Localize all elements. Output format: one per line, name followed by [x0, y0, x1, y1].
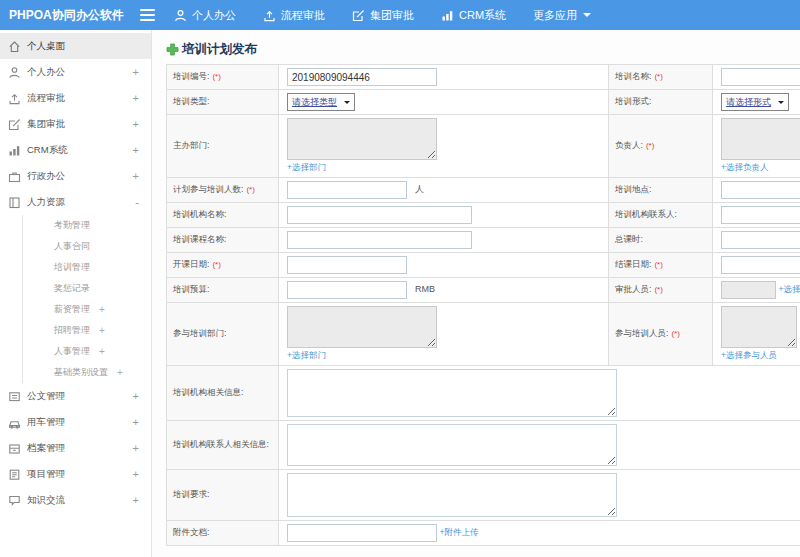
chat-icon [8, 494, 21, 507]
end-date-input[interactable] [721, 256, 800, 274]
briefcase-icon [8, 170, 21, 183]
field-label: 结课日期: [615, 259, 651, 269]
sidebar-item-project-mgmt[interactable]: 项目管理 + [0, 461, 151, 487]
sidebar-item-base-category[interactable]: 基础类别设置+ [23, 362, 151, 383]
training-mode-select[interactable]: 请选择形式 [721, 93, 789, 111]
field-label: 培训要求: [173, 489, 209, 499]
sidebar-item-workflow-approval[interactable]: 流程审批 + [0, 85, 151, 111]
training-name-input[interactable] [721, 68, 800, 86]
field-label: 参与培训人员: [615, 328, 668, 338]
select-dept-link[interactable]: +选择部门 [287, 350, 326, 360]
field-label: 培训类型: [173, 96, 209, 106]
form-row-type-mode: 培训类型: 请选择类型 培训形式: 请选择形式 [167, 90, 800, 115]
form-row-org-info: 培训机构相关信息: [167, 366, 800, 421]
leader-textarea[interactable] [721, 118, 800, 160]
org-contact-info-textarea[interactable] [287, 424, 617, 466]
caret-down-icon [583, 13, 591, 21]
chart-icon [8, 144, 21, 157]
nav-more-apps[interactable]: 更多应用 [533, 8, 591, 23]
training-plan-form: 培训编号:(*) 培训名称:(*) 培训类型: 请选择类型 培训形式: 请选择形… [166, 64, 800, 546]
upload-icon [263, 9, 276, 22]
sidebar-item-attendance[interactable]: 考勤管理 [23, 215, 151, 236]
host-dept-textarea[interactable] [287, 118, 437, 160]
sidebar-item-salary-mgmt[interactable]: 薪资管理+ [23, 299, 151, 320]
select-dept-link[interactable]: +选择部门 [287, 162, 326, 172]
form-row-requirements: 培训要求: [167, 470, 800, 521]
nav-crm-system[interactable]: CRM系统 [441, 8, 506, 23]
attachment-input[interactable] [287, 524, 437, 542]
top-nav: 个人办公 流程审批 集团审批 CRM系统 更多应用 [174, 8, 618, 23]
sidebar-hr-submenu: 考勤管理 人事合同 培训管理 奖惩记录 薪资管理+ 招聘管理+ 人事管理+ 基础… [22, 215, 151, 383]
field-label: 培训预算: [173, 284, 209, 294]
edit-icon [352, 9, 365, 22]
field-label: 审批人员: [615, 284, 651, 294]
field-label: 培训形式: [615, 96, 651, 106]
org-contact-input[interactable] [721, 206, 800, 224]
unit-label: 人 [415, 184, 424, 194]
nav-workflow-approval[interactable]: 流程审批 [263, 8, 325, 23]
sidebar-item-hr[interactable]: 人力资源 - [0, 189, 151, 215]
page-title-row: 培训计划发布 [166, 40, 800, 58]
app-window: PHPOA协同办公软件 个人办公 流程审批 集团审批 CRM系统 更多应用 [0, 0, 800, 557]
form-row-number-name: 培训编号:(*) 培训名称:(*) [167, 65, 800, 90]
edit-icon [8, 118, 21, 131]
sidebar-item-recruit-mgmt[interactable]: 招聘管理+ [23, 320, 151, 341]
sidebar-item-personal-office[interactable]: 个人办公 + [0, 59, 151, 85]
approver-input[interactable] [721, 281, 776, 299]
training-location-input[interactable] [721, 181, 800, 199]
hamburger-menu-icon[interactable] [140, 9, 160, 21]
sidebar-item-group-approval[interactable]: 集团审批 + [0, 111, 151, 137]
training-number-input[interactable] [287, 68, 437, 86]
home-icon [8, 40, 21, 53]
sidebar-item-personnel-mgmt[interactable]: 人事管理+ [23, 341, 151, 362]
training-type-select[interactable]: 请选择类型 [287, 93, 355, 111]
sidebar-item-desktop[interactable]: 个人桌面 [0, 33, 151, 59]
field-label: 负责人: [615, 140, 643, 150]
org-name-input[interactable] [287, 206, 472, 224]
budget-input[interactable] [287, 281, 407, 299]
sidebar-item-crm[interactable]: CRM系统 + [0, 137, 151, 163]
select-participants-link[interactable]: +选择参与人员 [721, 350, 777, 360]
caret-down-icon [344, 101, 350, 107]
sidebar: 个人桌面 个人办公 + 流程审批 + 集团审批 + CRM系统 + [0, 30, 152, 557]
page-title: 培训计划发布 [182, 41, 257, 58]
book-icon [8, 196, 21, 209]
user-icon [8, 66, 21, 79]
field-label: 培训课程名称: [173, 234, 226, 244]
nav-group-approval[interactable]: 集团审批 [352, 8, 414, 23]
upload-icon [8, 92, 21, 105]
field-label: 培训机构联系人相关信息: [173, 439, 269, 449]
sidebar-item-vehicle-mgmt[interactable]: 用车管理 + [0, 409, 151, 435]
course-name-input[interactable] [287, 231, 472, 249]
part-people-textarea[interactable] [721, 306, 797, 348]
sidebar-item-hr-contract[interactable]: 人事合同 [23, 236, 151, 257]
participant-count-input[interactable] [287, 181, 407, 199]
sidebar-item-knowledge[interactable]: 知识交流 + [0, 487, 151, 513]
field-label: 培训名称: [615, 71, 651, 81]
top-header: PHPOA协同办公软件 个人办公 流程审批 集团审批 CRM系统 更多应用 [0, 0, 800, 30]
field-label: 培训机构联系人: [615, 209, 677, 219]
nav-personal-office[interactable]: 个人办公 [174, 8, 236, 23]
field-label: 开课日期: [173, 259, 209, 269]
sidebar-item-archive-mgmt[interactable]: 档案管理 + [0, 435, 151, 461]
form-row-course-hours: 培训课程名称: 总课时: [167, 228, 800, 253]
sidebar-item-reward-record[interactable]: 奖惩记录 [23, 278, 151, 299]
form-row-dates: 开课日期:(*) 结课日期:(*) [167, 253, 800, 278]
form-row-count-location: 计划参与培训人数:(*) 人 培训地点: [167, 178, 800, 203]
app-logo: PHPOA协同办公软件 [0, 7, 140, 24]
field-label: 培训机构名称: [173, 209, 226, 219]
sidebar-item-official-doc[interactable]: 公文管理 + [0, 383, 151, 409]
sidebar-item-training-mgmt[interactable]: 培训管理 [23, 257, 151, 278]
select-approver-link[interactable]: +选择审批人员 [779, 284, 800, 294]
course-hours-input[interactable] [721, 231, 800, 249]
sidebar-item-admin-office[interactable]: 行政办公 + [0, 163, 151, 189]
car-icon [8, 416, 21, 429]
training-requirements-textarea[interactable] [287, 473, 617, 517]
form-row-orgname-orgcontact: 培训机构名称: 培训机构联系人: [167, 203, 800, 228]
document-icon [8, 390, 21, 403]
attachment-upload-link[interactable]: +附件上传 [440, 527, 479, 537]
org-info-textarea[interactable] [287, 369, 617, 417]
select-leader-link[interactable]: +选择负责人 [721, 162, 768, 172]
part-dept-textarea[interactable] [287, 306, 437, 348]
start-date-input[interactable] [287, 256, 407, 274]
